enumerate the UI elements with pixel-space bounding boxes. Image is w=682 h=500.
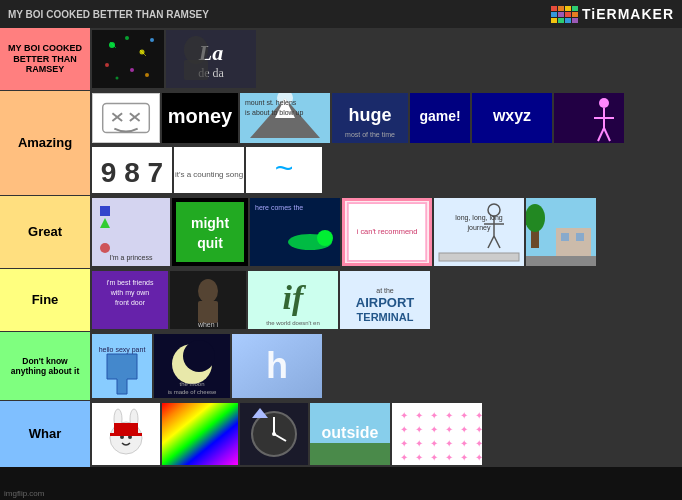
list-item: La de da <box>166 30 256 88</box>
list-item <box>554 93 624 143</box>
svg-text:✦: ✦ <box>415 410 423 421</box>
svg-text:TERMINAL: TERMINAL <box>357 311 414 323</box>
svg-point-1 <box>109 42 115 48</box>
logo-cell <box>551 6 557 11</box>
list-item: long, long, long journey <box>434 198 524 266</box>
tier-label-great: Great <box>0 196 90 268</box>
svg-text:✦: ✦ <box>460 410 468 421</box>
svg-text:✦: ✦ <box>475 410 482 421</box>
svg-point-7 <box>116 77 119 80</box>
svg-rect-82 <box>526 256 596 266</box>
svg-text:quit: quit <box>197 235 223 251</box>
svg-text:✦: ✦ <box>445 410 453 421</box>
tier-row-fine: Fine i'm best friends with my own front … <box>0 269 682 332</box>
tier-row-amazing: Amazing <box>0 91 682 196</box>
svg-rect-81 <box>576 233 584 241</box>
svg-text:✦: ✦ <box>460 452 468 463</box>
svg-text:✦: ✦ <box>445 424 453 435</box>
svg-text:hello sexy pant: hello sexy pant <box>99 346 146 354</box>
svg-point-5 <box>150 38 154 42</box>
list-item: hello sexy pant <box>92 334 152 398</box>
list-item: game! <box>410 93 470 143</box>
svg-text:front door: front door <box>115 299 146 306</box>
svg-rect-52 <box>100 206 110 216</box>
tier-content-great: I'm a princess might quit h <box>90 196 682 268</box>
svg-point-40 <box>599 98 609 108</box>
tier-content-whar: outside ✦✦✦✦✦✦ ✦✦✦✦✦✦ ✦✦✦✦✦✦ ✦✦✦✦✦✦ <box>90 401 682 467</box>
tier-label-amazing: Amazing <box>0 91 90 195</box>
svg-rect-73 <box>439 253 519 261</box>
svg-text:here comes the: here comes the <box>255 204 303 211</box>
svg-text:✦: ✦ <box>400 438 408 449</box>
list-item: wxyz <box>472 93 552 143</box>
svg-text:the world doesn't en: the world doesn't en <box>266 320 320 326</box>
svg-text:I'm a princess: I'm a princess <box>110 254 153 262</box>
svg-text:✦: ✦ <box>445 452 453 463</box>
svg-text:i'm best friends: i'm best friends <box>107 279 154 286</box>
svg-text:is made of cheese: is made of cheese <box>168 389 217 395</box>
svg-text:at the: at the <box>376 287 394 294</box>
svg-point-54 <box>100 243 110 253</box>
svg-text:outside: outside <box>322 424 379 441</box>
logo-cell <box>551 12 557 17</box>
header-title: MY BOI COOKED BETTER THAN RAMSEY <box>8 9 209 20</box>
logo-cell <box>565 6 571 11</box>
logo-cell <box>572 6 578 11</box>
list-item: when i <box>170 271 246 329</box>
tier-content-fine: i'm best friends with my own front door … <box>90 269 682 331</box>
svg-point-63 <box>317 230 333 246</box>
list-item: i can't recommend <box>342 198 432 266</box>
list-item: 9 8 7 <box>92 147 172 193</box>
svg-point-2 <box>125 36 129 40</box>
list-item <box>240 403 308 465</box>
svg-text:9 8 7: 9 8 7 <box>101 157 163 188</box>
svg-rect-89 <box>198 301 218 323</box>
logo-cell <box>572 12 578 17</box>
tiermaker-logo: TiERMAKER <box>551 6 674 23</box>
list-item: money <box>162 93 238 143</box>
svg-text:✦: ✦ <box>415 424 423 435</box>
svg-rect-114 <box>110 433 142 436</box>
list-item: outside <box>310 403 390 465</box>
list-item <box>92 403 160 465</box>
svg-text:✦: ✦ <box>460 424 468 435</box>
tier-label-myboi: MY BOI COOKED BETTER THAN RAMSEY <box>0 28 90 90</box>
list-item: might quit <box>172 198 248 266</box>
svg-text:✦: ✦ <box>415 452 423 463</box>
svg-text:is about to blow up: is about to blow up <box>245 109 303 117</box>
svg-rect-57 <box>176 202 244 262</box>
tier-label-whar: Whar <box>0 401 90 467</box>
list-item: huge most of the time <box>332 93 408 143</box>
list-item: it's a counting song <box>174 147 244 193</box>
list-item <box>92 93 160 143</box>
svg-text:✦: ✦ <box>400 452 408 463</box>
svg-text:wxyz: wxyz <box>492 107 531 124</box>
svg-text:✦: ✦ <box>400 410 408 421</box>
list-item: I'm a princess <box>92 198 170 266</box>
svg-text:✦: ✦ <box>475 424 482 435</box>
svg-text:it's a counting song: it's a counting song <box>175 170 243 179</box>
logo-cell <box>558 12 564 17</box>
svg-text:✦: ✦ <box>475 438 482 449</box>
svg-text:i can't recommend: i can't recommend <box>357 227 418 236</box>
tier-row-whar: Whar <box>0 401 682 467</box>
tiermaker-container: MY BOI COOKED BETTER THAN RAMSEY TiERMAK… <box>0 0 682 500</box>
list-item: the moon is made of cheese <box>154 334 230 398</box>
svg-text:✦: ✦ <box>430 452 438 463</box>
svg-text:money: money <box>168 105 233 127</box>
svg-text:journey: journey <box>467 224 491 232</box>
list-item: ~ <box>246 147 322 193</box>
svg-text:game!: game! <box>419 108 460 124</box>
logo-grid <box>551 6 578 23</box>
tier-label-fine: Fine <box>0 269 90 331</box>
svg-text:when i: when i <box>197 321 219 328</box>
svg-text:✦: ✦ <box>445 438 453 449</box>
svg-text:✦: ✦ <box>430 438 438 449</box>
list-item: ✦✦✦✦✦✦ ✦✦✦✦✦✦ ✦✦✦✦✦✦ ✦✦✦✦✦✦ <box>392 403 482 465</box>
tier-row-dontknow: Don't know anything about it hello sexy … <box>0 332 682 401</box>
list-item <box>162 403 238 465</box>
svg-text:mount st. helens: mount st. helens <box>245 99 297 106</box>
svg-text:✦: ✦ <box>475 452 482 463</box>
svg-point-102 <box>183 340 215 372</box>
tier-content-dontknow: hello sexy pant the moon is made of chee… <box>90 332 682 400</box>
